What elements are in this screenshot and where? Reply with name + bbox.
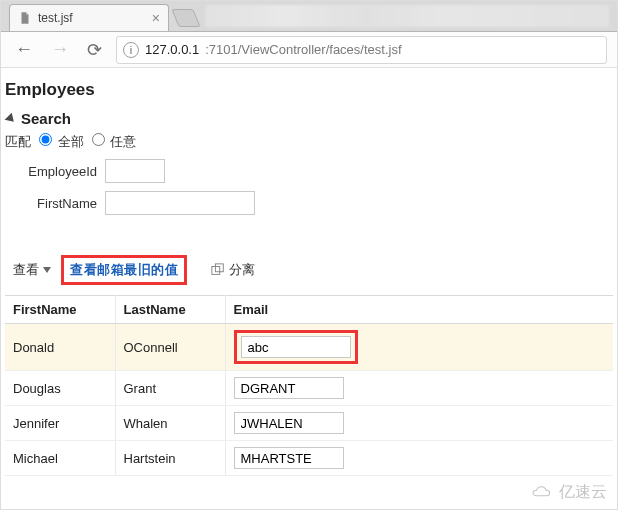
search-panel-header[interactable]: Search [5, 110, 613, 127]
site-info-icon[interactable]: i [123, 42, 139, 58]
table-row[interactable]: DonaldOConnell [5, 324, 613, 371]
view-old-email-link[interactable]: 查看邮箱最旧的值 [70, 262, 178, 277]
first-name-label: FirstName [5, 196, 105, 211]
page-content: Employees Search 匹配 全部 任意 EmployeeId Fir… [1, 68, 617, 476]
watermark: 亿速云 [531, 482, 607, 503]
detach-button[interactable]: 分离 [211, 261, 255, 279]
chevron-down-icon [43, 267, 51, 273]
match-mode-row: 匹配 全部 任意 [5, 133, 613, 151]
match-any-radio[interactable] [92, 133, 105, 146]
table-toolbar: 查看 查看邮箱最旧的值 分离 [5, 251, 613, 289]
table-row[interactable]: MichaelHartstein [5, 441, 613, 476]
detach-label: 分离 [229, 261, 255, 279]
view-menu-label: 查看 [13, 261, 39, 279]
browser-toolbar: ← → ⟳ i 127.0.0.1:7101/ViewController/fa… [1, 32, 617, 68]
cell-first-name: Douglas [5, 371, 115, 406]
cell-last-name: OConnell [115, 324, 225, 371]
first-name-input[interactable] [105, 191, 255, 215]
browser-tab-strip: test.jsf × [1, 1, 617, 32]
url-path: :7101/ViewController/faces/test.jsf [205, 42, 401, 57]
match-all-option[interactable]: 全部 [39, 133, 84, 151]
url-host: 127.0.0.1 [145, 42, 199, 57]
col-email[interactable]: Email [225, 296, 613, 324]
page-title: Employees [5, 80, 613, 100]
col-last-name[interactable]: LastName [115, 296, 225, 324]
employee-id-row: EmployeeId [5, 159, 613, 183]
match-any-label: 任意 [110, 134, 136, 149]
cell-last-name: Grant [115, 371, 225, 406]
match-all-radio[interactable] [39, 133, 52, 146]
col-first-name[interactable]: FirstName [5, 296, 115, 324]
disclosure-icon [5, 112, 18, 125]
match-any-option[interactable]: 任意 [92, 133, 137, 151]
cell-email [225, 324, 613, 371]
cell-email [225, 371, 613, 406]
file-icon [18, 11, 32, 25]
search-label: Search [21, 110, 71, 127]
cell-first-name: Michael [5, 441, 115, 476]
view-old-email-button[interactable]: 查看邮箱最旧的值 [61, 255, 187, 285]
email-input[interactable] [234, 377, 344, 399]
new-tab-button[interactable] [171, 9, 200, 27]
first-name-row: FirstName [5, 191, 613, 215]
match-all-label: 全部 [58, 134, 84, 149]
employee-id-input[interactable] [105, 159, 165, 183]
view-menu[interactable]: 查看 [13, 261, 51, 279]
forward-button: → [47, 37, 73, 62]
email-input[interactable] [234, 447, 344, 469]
tab-title: test.jsf [38, 11, 73, 25]
email-highlight [234, 330, 358, 364]
employee-id-label: EmployeeId [5, 164, 105, 179]
background-windows [205, 5, 609, 27]
cell-last-name: Hartstein [115, 441, 225, 476]
back-button[interactable]: ← [11, 37, 37, 62]
detach-icon [211, 263, 225, 277]
watermark-text: 亿速云 [559, 482, 607, 503]
cell-last-name: Whalen [115, 406, 225, 441]
match-label: 匹配 [5, 133, 31, 151]
table-header-row: FirstName LastName Email [5, 296, 613, 324]
email-input[interactable] [241, 336, 351, 358]
email-input[interactable] [234, 412, 344, 434]
cell-email [225, 441, 613, 476]
cell-email [225, 406, 613, 441]
address-bar[interactable]: i 127.0.0.1:7101/ViewController/faces/te… [116, 36, 607, 64]
table-row[interactable]: JenniferWhalen [5, 406, 613, 441]
employees-table: FirstName LastName Email DonaldOConnellD… [5, 295, 613, 476]
browser-tab[interactable]: test.jsf × [9, 4, 169, 31]
cell-first-name: Jennifer [5, 406, 115, 441]
cell-first-name: Donald [5, 324, 115, 371]
reload-button[interactable]: ⟳ [83, 37, 106, 63]
table-row[interactable]: DouglasGrant [5, 371, 613, 406]
close-icon[interactable]: × [152, 10, 160, 26]
